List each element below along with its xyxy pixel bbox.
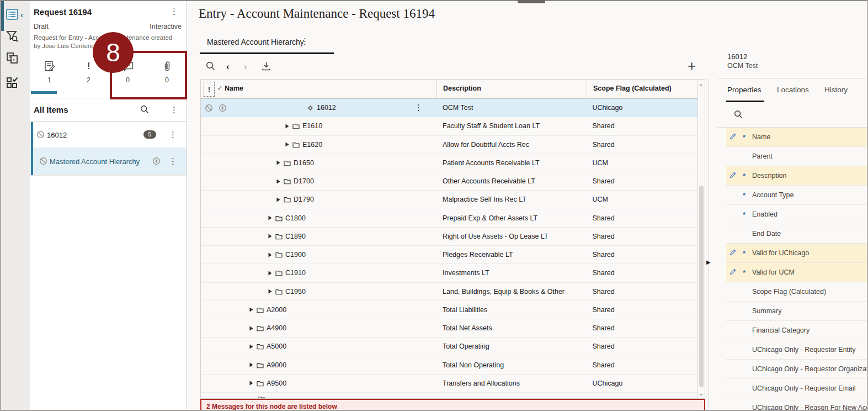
tab-comments[interactable]: 0	[108, 55, 147, 92]
tab-mastered-account-hierarchy[interactable]: Mastered Account Hierarchy	[207, 38, 304, 46]
expand-arrow-icon[interactable]	[249, 381, 253, 386]
list-item-mastered-account-hierarchy[interactable]: Mastered Account Hierarchy ⋮	[30, 147, 187, 176]
property-row[interactable]: Parent	[726, 147, 868, 166]
folder-icon	[292, 141, 300, 148]
expand-arrow-icon[interactable]	[285, 142, 289, 147]
tab-line-items[interactable]: 1	[30, 55, 69, 92]
expand-arrow-icon[interactable]	[268, 289, 272, 294]
property-row[interactable]: UChicago Only - Requestor Organization	[726, 360, 868, 379]
properties-search-button[interactable]	[734, 110, 743, 121]
table-row[interactable]: A2000Total LiabilitiesShared	[201, 301, 698, 319]
add-node-button[interactable]: +	[688, 57, 696, 75]
table-row[interactable]: D1650Patient Accounts Receivable LTUCM	[201, 154, 698, 172]
property-row[interactable]: Summary	[726, 302, 868, 321]
item-accent-stripe	[31, 147, 33, 175]
request-menu-button[interactable]: ⋮	[170, 7, 178, 15]
item-label: 16012	[47, 131, 67, 139]
table-row[interactable]: D1700Other Accounts Receivable LTShared	[201, 172, 698, 191]
filter-search-nav-button[interactable]	[6, 29, 25, 44]
diamond-node-icon	[307, 105, 313, 111]
table-row[interactable]: C1800Prepaid Exp & Other Assets LTShared	[201, 209, 698, 228]
property-row[interactable]: *Valid for UChicago	[726, 244, 868, 263]
scroll-down-icon[interactable]: ▼	[699, 393, 703, 397]
add-circle-icon[interactable]	[152, 157, 161, 167]
property-label: UChicago Only - Reason For New Account	[752, 404, 868, 411]
property-row[interactable]: *Account Type	[726, 186, 868, 205]
item-menu-button[interactable]: ⋮	[169, 157, 177, 165]
folder-icon	[257, 380, 264, 387]
scope-column-header[interactable]: Scope Flag (Calculated)	[593, 85, 672, 92]
table-row[interactable]: A9000Total Non OperatingShared	[201, 356, 698, 375]
item-menu-button[interactable]: ⋮	[169, 130, 177, 139]
all-items-menu-button[interactable]: ⋮	[170, 106, 178, 114]
tab-history[interactable]: History	[824, 86, 848, 94]
scrollbar-thumb[interactable]	[699, 186, 704, 387]
expand-arrow-icon[interactable]	[268, 234, 272, 239]
property-label: UChicago Only - Requestor Entity	[752, 346, 856, 354]
expand-arrow-icon[interactable]	[249, 362, 253, 367]
check-column-header[interactable]: ✓	[217, 84, 223, 92]
row-name: C1800	[285, 214, 306, 222]
requests-list-nav-button[interactable]: ‹	[6, 7, 25, 22]
property-row[interactable]: End Date	[726, 224, 868, 244]
table-row[interactable]: A5000Total OperatingShared	[201, 338, 698, 356]
name-column-header[interactable]: Name	[225, 85, 243, 92]
property-row[interactable]: *Name	[726, 128, 868, 147]
folder-icon	[257, 343, 264, 350]
search-icon[interactable]	[140, 105, 149, 116]
expand-arrow-icon[interactable]	[268, 215, 272, 220]
table-row[interactable]: D1790Malpractice Self Ins Rec LTUCM	[201, 191, 698, 209]
property-row[interactable]: *Description	[726, 166, 868, 186]
tab-properties[interactable]: Properties	[727, 86, 762, 94]
expand-arrow-icon[interactable]	[268, 252, 272, 257]
expand-arrow-icon[interactable]	[249, 344, 253, 349]
table-row[interactable]: 16012⋮OCM TestUChicago	[201, 99, 698, 117]
expand-arrow-icon[interactable]	[276, 160, 280, 165]
property-label: Parent	[752, 152, 773, 160]
row-menu-button[interactable]: ⋮	[414, 103, 423, 112]
add-circle-icon[interactable]	[219, 104, 227, 112]
expand-arrow-icon[interactable]	[276, 179, 280, 184]
expand-arrow-icon[interactable]	[249, 326, 253, 331]
paperclip-icon	[163, 61, 171, 72]
table-row[interactable]: C1890Right of Use Assets - Op Lease LTSh…	[201, 228, 698, 246]
property-row[interactable]: *Valid for UCM	[726, 263, 868, 282]
table-row[interactable]: C1950Land, Buildings, Equip & Books & Ot…	[201, 283, 698, 301]
table-row[interactable]: E1610Faculty Staff & Student Loan LTShar…	[201, 117, 698, 135]
expand-panel-icon[interactable]: ▶	[706, 259, 711, 265]
property-row[interactable]: UChicago Only - Reason For New Account	[726, 398, 868, 411]
compare-documents-nav-button[interactable]: ?‹	[6, 51, 25, 65]
table-row[interactable]: C1910Investments LTShared	[201, 264, 698, 282]
table-row[interactable]: C1900Pledges Receivable LTShared	[201, 246, 698, 264]
tab-attachments[interactable]: 0	[147, 55, 187, 92]
download-button[interactable]	[262, 62, 271, 73]
expand-arrow-icon[interactable]	[285, 124, 289, 129]
search-button[interactable]	[206, 61, 215, 73]
description-column-header[interactable]: Description	[443, 85, 481, 92]
folder-icon	[257, 307, 264, 313]
forward-button[interactable]: ›	[244, 62, 247, 71]
vertical-scrollbar[interactable]: ▼	[697, 80, 705, 398]
property-row[interactable]: UChicago Only - Requestor Entity	[726, 340, 868, 360]
request-panel: Request 16194 ⋮ Draft Interactive Reques…	[30, 0, 187, 411]
back-button[interactable]: ‹	[226, 62, 230, 71]
expand-arrow-icon[interactable]	[268, 271, 272, 276]
table-row[interactable]: E1620Allow for Doubtful Accts RecShared	[201, 136, 698, 154]
collapse-chevron-icon[interactable]: ‹	[20, 10, 23, 19]
tab-menu-button[interactable]: ⋮	[301, 37, 309, 45]
tab-issues[interactable]: ! 2	[69, 55, 108, 92]
expand-arrow-icon[interactable]	[276, 197, 280, 202]
expand-arrow-icon[interactable]	[249, 307, 253, 312]
property-row[interactable]: *Enabled	[726, 205, 868, 224]
property-row[interactable]: Financial Category	[726, 321, 868, 340]
alert-column-header[interactable]: !	[204, 82, 215, 97]
table-row[interactable]: A9500Transfers and AllocationsUChicago	[201, 375, 698, 393]
table-row[interactable]: A4900Total Net AssetsShared	[201, 319, 698, 338]
property-row[interactable]: Scope Flag (Calculated)	[726, 282, 868, 302]
table-row[interactable]	[201, 393, 698, 398]
required-indicator: *	[743, 191, 745, 199]
grid-check-nav-button[interactable]	[6, 76, 25, 90]
list-item-16012[interactable]: 16012 5 ⋮	[30, 122, 187, 148]
tab-locations[interactable]: Locations	[777, 86, 809, 94]
property-row[interactable]: UChicago Only - Requestor Email	[726, 379, 868, 398]
